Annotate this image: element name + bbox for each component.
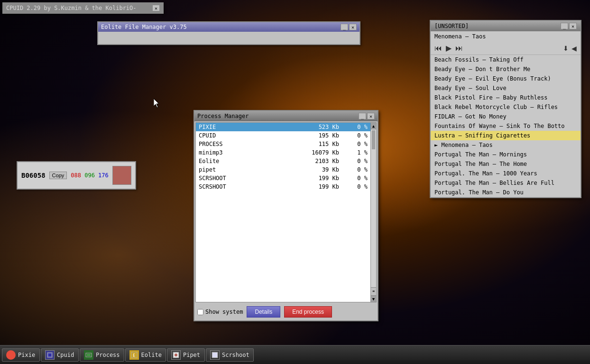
taskbar-item-process[interactable]: Process (80, 348, 124, 362)
scrollbar[interactable]: ▲ ≡ ▼ (370, 123, 376, 302)
svg-point-8 (175, 354, 177, 356)
process-controls: _ ✕ (359, 113, 375, 119)
taskbar-item-scrshoot[interactable]: Scrshoot (206, 348, 254, 362)
cpuid-controls: ✕ (152, 5, 160, 11)
cpuid-window: CPUID 2.29 by S.Kuzmin & the KolibriO- ✕ (2, 2, 164, 14)
next-button[interactable]: ⏭ (455, 44, 463, 53)
playlist-item[interactable]: Black Rebel Motorcycle Club – Rifles (431, 102, 581, 112)
music-controls-btns: _ ✕ (561, 23, 577, 29)
process-footer: Show system Details End process (194, 303, 378, 320)
music-title: [UNSORTED] (434, 23, 469, 29)
show-system-checkbox[interactable] (197, 309, 203, 315)
process-manager-window: Process Manager _ ✕ PIXIE 523 Kb 0 % CPU… (194, 110, 378, 321)
eolite-icon: E (129, 350, 139, 360)
show-system-label[interactable]: Show system (197, 309, 243, 315)
eolite-controls: _ ✕ (341, 24, 357, 30)
playlist-item[interactable]: Beady Eye – Soul Love (431, 83, 581, 93)
taskbar-label-eolite: Eolite (141, 352, 162, 358)
playlist-item[interactable]: FIDLAR – Got No Money (431, 112, 581, 121)
playlist-item[interactable]: Beach Fossils – Taking Off (431, 55, 581, 64)
details-button[interactable]: Details (247, 306, 280, 318)
table-row[interactable]: pipet 39 Kb 0 % (196, 165, 370, 174)
taskbar-label-cpuid: Cpuid (57, 352, 74, 358)
playlist-item-active[interactable]: Lustra – Sniffing Cigarettes (431, 131, 581, 140)
svg-point-0 (8, 352, 14, 358)
color-b: 176 (98, 172, 109, 179)
volume-button[interactable]: ◀ (572, 45, 577, 52)
process-list[interactable]: PIXIE 523 Kb 0 % CPUID 195 Kb 0 % PROCES… (196, 123, 370, 302)
taskbar-item-pipet[interactable]: Pipet (167, 348, 205, 362)
table-row[interactable]: minimp3 16079 Kb 1 % (196, 148, 370, 157)
table-row[interactable]: PROCESS 115 Kb 0 % (196, 140, 370, 148)
taskbar-label-pixie: Pixie (18, 352, 35, 358)
music-minimize[interactable]: _ (561, 23, 568, 29)
table-row[interactable]: PIXIE 523 Kb 0 % (196, 123, 370, 131)
svg-rect-2 (48, 354, 51, 356)
svg-rect-10 (212, 353, 217, 357)
desktop: CPUID 2.29 by S.Kuzmin & the KolibriO- ✕… (0, 0, 590, 364)
copy-button[interactable]: Copy (49, 172, 67, 179)
playlist-item[interactable]: Beady Eye – Evil Eye (Bonus Track) (431, 74, 581, 83)
playlist-item[interactable]: Portugal The Man – Mornings (431, 150, 581, 159)
playback-controls: ⏮ ▶ ⏭ ⬇ ◀ (431, 42, 581, 55)
eolite-titlebar: Eolite File Manager v3.75 _ ✕ (98, 22, 360, 32)
eolite-window: Eolite File Manager v3.75 _ ✕ (97, 21, 360, 45)
table-row[interactable]: Eolite 2103 Kb 0 % (196, 157, 370, 165)
end-process-button[interactable]: End process (284, 306, 332, 318)
color-picker-widget: B06058 Copy 088 096 176 (17, 161, 136, 190)
eolite-close[interactable]: ✕ (349, 24, 357, 30)
taskbar-item-eolite[interactable]: E Eolite (125, 348, 166, 362)
cursor (154, 99, 159, 108)
process-close[interactable]: ✕ (367, 113, 375, 119)
taskbar-item-pixie[interactable]: Pixie (2, 348, 40, 362)
color-hex: B06058 (21, 172, 46, 179)
scroll-line-indicator: ≡ (371, 287, 377, 295)
pipet-icon (171, 350, 181, 360)
playlist-item-now-playing[interactable]: ► Menomena – Taos (431, 140, 581, 150)
pixie-icon (6, 350, 16, 360)
taskbar: Pixie Cpuid Process E Eolite Pipet (0, 345, 590, 364)
svg-text:E: E (133, 353, 135, 358)
music-player-window: [UNSORTED] _ ✕ Menomena – Taos ⏮ ▶ ⏭ ⬇ ◀… (430, 20, 581, 198)
color-r: 088 (71, 172, 81, 179)
playlist-item[interactable]: Beady Eye – Don t Brother Me (431, 64, 581, 74)
process-list-container: PIXIE 523 Kb 0 % CPUID 195 Kb 0 % PROCES… (195, 122, 377, 302)
table-row[interactable]: SCRSHOOT 199 Kb 0 % (196, 182, 370, 191)
scroll-thumb[interactable] (372, 130, 375, 149)
playlist-item[interactable]: Portugal The Man – Bellies Are Full (431, 178, 581, 188)
process-icon (84, 350, 93, 360)
playlist-item[interactable]: Portugal. The Man – Do You (431, 188, 581, 197)
color-rgb: 088 096 176 (71, 172, 109, 179)
eolite-title: Eolite File Manager v3.75 (101, 24, 187, 30)
cpuid-title: CPUID 2.29 by S.Kuzmin & the KolibriO- (6, 5, 137, 11)
extra-controls: ⬇ ◀ (563, 45, 577, 52)
playlist-item[interactable]: Black Pistol Fire – Baby Ruthless (431, 93, 581, 102)
prev-button[interactable]: ⏮ (434, 44, 442, 53)
color-swatch (112, 166, 131, 185)
music-titlebar: [UNSORTED] _ ✕ (431, 21, 581, 31)
color-g: 096 (84, 172, 95, 179)
download-button[interactable]: ⬇ (563, 45, 569, 52)
table-row[interactable]: CPUID 195 Kb 0 % (196, 131, 370, 140)
scroll-track[interactable] (371, 129, 376, 287)
cpuid-titlebar: CPUID 2.29 by S.Kuzmin & the KolibriO- ✕ (3, 3, 163, 13)
playlist-item[interactable]: Portugal. The Man – 1000 Years (431, 169, 581, 178)
taskbar-label-scrshoot: Scrshoot (222, 352, 249, 358)
table-row[interactable]: SCRSHOOT 199 Kb 0 % (196, 174, 370, 182)
process-minimize[interactable]: _ (359, 113, 366, 119)
taskbar-label-pipet: Pipet (183, 352, 200, 358)
playlist[interactable]: Beach Fossils – Taking Off Beady Eye – D… (431, 55, 581, 197)
cpuid-close[interactable]: ✕ (152, 5, 160, 11)
process-title: Process Manager (197, 113, 249, 119)
play-button[interactable]: ▶ (446, 44, 452, 53)
playlist-item[interactable]: Portugal The Man – The Home (431, 159, 581, 169)
scroll-down[interactable]: ▼ (371, 295, 376, 302)
process-titlebar: Process Manager _ ✕ (194, 111, 378, 121)
music-close[interactable]: ✕ (569, 23, 577, 29)
scrshoot-icon (210, 350, 220, 360)
playlist-item[interactable]: Fountains Of Wayne – Sink To The Botto (431, 121, 581, 131)
eolite-minimize[interactable]: _ (341, 24, 348, 30)
taskbar-item-cpuid[interactable]: Cpuid (41, 348, 79, 362)
scroll-up[interactable]: ▲ (371, 123, 376, 129)
svg-rect-4 (87, 354, 91, 356)
